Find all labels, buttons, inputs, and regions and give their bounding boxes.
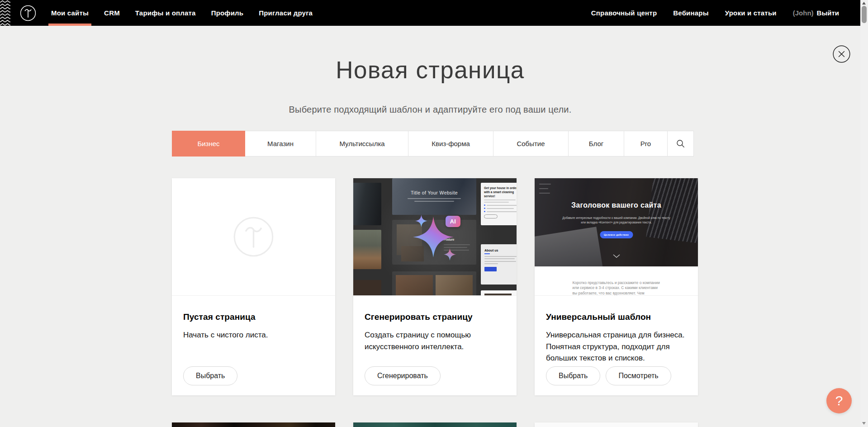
preview-about-tile: About us <box>481 244 517 285</box>
tab-blog[interactable]: Блог <box>569 131 624 157</box>
secondary-menu: Справочный центр Вебинары Уроки и статьи… <box>591 0 839 26</box>
ai-sparkle-small-icon <box>415 215 427 227</box>
card-title: Сгенерировать страницу <box>365 312 505 322</box>
preview-about-heading: About us <box>484 249 517 252</box>
template-card-blank-page[interactable]: Пустая страница Начать с чистого листа. … <box>172 178 335 395</box>
blank-page-preview <box>172 178 335 296</box>
universal-template-preview: Заголовок вашего сайта Добавьте интересн… <box>535 178 698 296</box>
preview-hero-tile: Title of Your Website <box>392 178 476 215</box>
tab-multilink[interactable]: Мультиссылка <box>316 131 408 157</box>
preview-tile-heading: Get your house in order with a smart cle… <box>484 186 517 198</box>
template-preview <box>172 422 335 427</box>
chevron-down-icon <box>613 254 620 258</box>
nav-item-profile[interactable]: Профиль <box>211 0 244 26</box>
scrollbar-down-arrow-icon[interactable] <box>862 422 866 425</box>
preview-button[interactable]: Посмотреть <box>606 366 671 385</box>
tab-search[interactable] <box>668 131 694 157</box>
page-subtitle: Выберите подходящий шаблон и адаптируйте… <box>0 104 860 115</box>
primary-menu: Мои сайты CRM Тарифы и оплата Профиль Пр… <box>51 0 313 26</box>
template-cards-row-1: Пустая страница Начать с чистого листа. … <box>172 178 698 395</box>
template-preview <box>353 422 517 427</box>
preview-hero-subtitle: Добавьте интересные подробности о вашей … <box>562 216 671 225</box>
preview-hero-title: Title of Your Website <box>392 190 476 195</box>
user-logout[interactable]: (John) Выйти <box>793 0 839 26</box>
preview-photo-tile <box>353 280 381 296</box>
preview-hero-section: Заголовок вашего сайта Добавьте интересн… <box>535 178 698 266</box>
template-card[interactable] <box>353 422 517 427</box>
choose-button[interactable]: Выбрать <box>183 366 237 385</box>
tilda-logo[interactable] <box>19 5 37 22</box>
user-name: (John) <box>793 9 814 17</box>
nav-item-tariffs[interactable]: Тарифы и оплата <box>135 0 196 26</box>
preview-body-text: Коротко представьтесь и расскажите о ком… <box>573 280 660 296</box>
template-preview <box>535 422 698 427</box>
preview-text-section: Коротко представьтесь и расскажите о ком… <box>535 266 698 295</box>
tab-quiz-form[interactable]: Квиз-форма <box>408 131 493 157</box>
preview-hero-title: Заголовок вашего сайта <box>535 201 698 209</box>
preview-photo-tile <box>353 183 381 225</box>
help-button[interactable]: ? <box>826 388 852 413</box>
template-category-tabs: Бизнес Магазин Мультиссылка Квиз-форма С… <box>172 131 694 157</box>
preview-gallery-tile <box>392 271 476 296</box>
preview-text-tile: Get your house in order with a smart cle… <box>481 183 517 225</box>
card-description: Создать страницу с помощью искусственног… <box>365 329 505 352</box>
search-icon <box>676 139 685 148</box>
generate-button[interactable]: Сгенерировать <box>365 366 441 385</box>
vertical-scrollbar[interactable] <box>860 0 868 427</box>
nav-item-my-sites[interactable]: Мои сайты <box>51 0 89 26</box>
zigzag-pattern-decoration <box>0 0 10 26</box>
template-card[interactable] <box>535 422 698 427</box>
nav-item-help-center[interactable]: Справочный центр <box>591 0 657 26</box>
logout-link[interactable]: Выйти <box>817 9 839 17</box>
scrollbar-up-arrow-icon[interactable] <box>862 2 866 5</box>
card-title: Универсальный шаблон <box>546 312 687 322</box>
preview-photo-tile <box>481 290 517 296</box>
card-description: Начать с чистого листа. <box>183 329 324 341</box>
preview-photo-tile <box>353 230 381 269</box>
question-mark-icon: ? <box>835 393 843 408</box>
ai-sparkle-small-icon <box>444 248 456 261</box>
template-card-universal[interactable]: Заголовок вашего сайта Добавьте интересн… <box>535 178 698 395</box>
nav-item-crm[interactable]: CRM <box>104 0 120 26</box>
card-description: Универсальная страница для бизнеса. Поня… <box>546 329 687 364</box>
tab-pro[interactable]: Pro <box>624 131 668 157</box>
nav-item-invite-friend[interactable]: Пригласи друга <box>259 0 313 26</box>
tab-shop[interactable]: Магазин <box>245 131 316 157</box>
tilda-watermark-icon <box>232 215 275 258</box>
scrollbar-thumb[interactable] <box>862 6 867 23</box>
template-cards-row-2 <box>172 422 698 427</box>
template-card-ai-generate[interactable]: Title of Your Website Feature Get your h… <box>353 178 517 395</box>
tab-business[interactable]: Бизнес <box>172 131 245 157</box>
card-title: Пустая страница <box>183 312 324 322</box>
choose-button[interactable]: Выбрать <box>546 366 600 385</box>
preview-cta-button: Целевое действие <box>600 231 633 238</box>
page-title: Новая страница <box>0 56 860 84</box>
template-card[interactable] <box>172 422 335 427</box>
top-navigation: Мои сайты CRM Тарифы и оплата Профиль Пр… <box>0 0 860 26</box>
nav-item-lessons[interactable]: Уроки и статьи <box>725 0 777 26</box>
ai-badge: AI <box>446 216 460 227</box>
tab-event[interactable]: Событие <box>493 131 569 157</box>
ai-generate-preview: Title of Your Website Feature Get your h… <box>353 178 517 296</box>
nav-item-webinars[interactable]: Вебинары <box>673 0 708 26</box>
